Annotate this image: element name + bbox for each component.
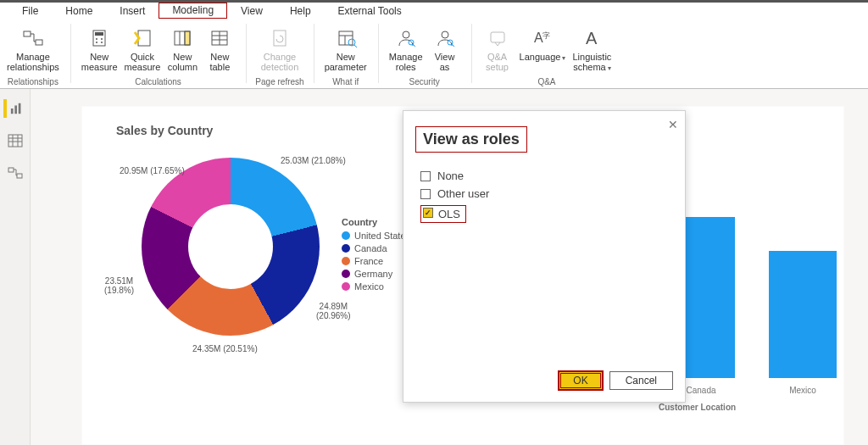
- legend-title: Country: [342, 217, 410, 227]
- close-icon[interactable]: ✕: [668, 118, 678, 131]
- svg-rect-33: [10, 108, 13, 114]
- svg-rect-29: [491, 32, 504, 42]
- donut-chart-title: Sales by Country: [116, 124, 213, 137]
- donut-label-mexico: 20.95M (17.65%): [120, 166, 185, 175]
- parameter-icon: [334, 26, 358, 50]
- top-menubar: File Home Insert Modeling View Help Exte…: [0, 0, 868, 19]
- new-column-button[interactable]: New column: [165, 23, 199, 72]
- model-view-button[interactable]: [5, 164, 25, 182]
- svg-point-23: [403, 31, 409, 38]
- ribbon-label: Manage relationships: [7, 52, 59, 72]
- legend-swatch: [342, 282, 350, 291]
- svg-rect-34: [14, 105, 17, 114]
- view-switcher: [0, 89, 31, 445]
- chevron-down-icon: ▾: [562, 54, 565, 62]
- role-option-label: OLS: [438, 208, 460, 220]
- report-view-button[interactable]: [3, 99, 24, 118]
- manage-roles-button[interactable]: Manage roles: [387, 23, 425, 72]
- manage-roles-icon: [394, 26, 418, 50]
- checkbox-icon[interactable]: [420, 171, 431, 181]
- chevron-down-icon: ▾: [608, 64, 611, 72]
- ribbon-label: Language▾: [520, 52, 566, 62]
- report-canvas: Sales by Country 25.03M (21.08%) 24.89M …: [31, 89, 868, 445]
- ribbon-label: New column: [168, 52, 198, 72]
- group-label-relationships: Relationships: [8, 77, 58, 86]
- group-label-security: Security: [409, 77, 440, 86]
- svg-rect-0: [24, 31, 31, 36]
- ribbon-label: New parameter: [325, 52, 367, 72]
- ribbon-label: Q&A setup: [486, 52, 509, 72]
- new-table-button[interactable]: New table: [203, 23, 236, 72]
- role-option-other-user[interactable]: Other user: [420, 187, 668, 200]
- quick-measure-button[interactable]: Quick measure: [123, 23, 163, 72]
- dialog-title: View as roles: [415, 126, 527, 153]
- role-option-label: None: [437, 170, 464, 182]
- ribbon-label: View as: [435, 52, 455, 72]
- legend-swatch: [342, 270, 350, 278]
- bar-x-axis-label: Customer Location: [659, 403, 736, 412]
- linguistic-schema-icon: A: [580, 26, 604, 50]
- menu-external-tools[interactable]: External Tools: [325, 3, 415, 19]
- language-button[interactable]: A字 Language▾: [518, 23, 568, 62]
- ribbon-label: Quick measure: [125, 52, 161, 72]
- donut-label-france: 24.35M (20.51%): [192, 344, 258, 353]
- svg-rect-1: [36, 40, 42, 45]
- new-table-icon: [208, 26, 231, 50]
- ribbon-label: Manage roles: [389, 52, 423, 72]
- relationships-icon: [21, 26, 45, 50]
- bar-mexico: [769, 251, 837, 378]
- svg-line-22: [354, 45, 357, 47]
- view-as-icon: [433, 26, 457, 50]
- group-label-page-refresh: Page refresh: [255, 77, 303, 86]
- svg-rect-3: [95, 32, 103, 36]
- group-label-qa: Q&A: [537, 77, 555, 86]
- svg-rect-12: [185, 31, 190, 45]
- svg-point-6: [96, 42, 97, 43]
- checkbox-icon[interactable]: [420, 189, 431, 199]
- language-icon: A字: [531, 26, 554, 50]
- donut-label-canada: 24.89M (20.96%): [316, 302, 351, 320]
- legend-label: Canada: [354, 243, 387, 253]
- menu-help[interactable]: Help: [276, 3, 325, 19]
- svg-rect-35: [18, 103, 20, 114]
- cancel-button[interactable]: Cancel: [609, 371, 673, 390]
- menu-file[interactable]: File: [8, 3, 52, 19]
- qa-setup-icon: [486, 26, 509, 50]
- donut-label-germany: 23.51M (19.8%): [104, 276, 134, 295]
- change-detection-button: Change detection: [259, 23, 301, 72]
- linguistic-schema-button[interactable]: A Linguistic schema▾: [570, 23, 613, 72]
- role-option-ols[interactable]: OLS: [420, 205, 466, 223]
- svg-rect-17: [274, 31, 286, 46]
- manage-relationships-button[interactable]: Manage relationships: [5, 23, 61, 72]
- new-parameter-button[interactable]: New parameter: [323, 23, 369, 72]
- bar-label: Mexico: [769, 386, 837, 395]
- page-refresh-icon: [268, 26, 292, 50]
- svg-text:字: 字: [542, 31, 550, 40]
- ribbon: Manage relationships Relationships New m…: [0, 19, 868, 89]
- calculator-icon: [87, 26, 111, 50]
- menu-view[interactable]: View: [227, 3, 276, 19]
- svg-rect-36: [8, 135, 22, 147]
- ribbon-label: New table: [209, 52, 230, 72]
- new-measure-button[interactable]: New measure: [80, 23, 120, 72]
- donut-chart[interactable]: 25.03M (21.08%) 24.89M (20.96%) 24.35M (…: [142, 158, 320, 336]
- data-view-button[interactable]: [5, 131, 25, 150]
- group-label-what-if: What if: [332, 77, 359, 86]
- legend-label: France: [354, 256, 383, 266]
- menu-insert[interactable]: Insert: [106, 3, 159, 19]
- svg-point-5: [101, 38, 103, 40]
- view-as-button[interactable]: View as: [428, 23, 462, 72]
- svg-text:A: A: [586, 29, 598, 47]
- menu-modeling[interactable]: Modeling: [159, 3, 227, 19]
- ok-button[interactable]: OK: [559, 371, 602, 390]
- view-as-roles-dialog: ✕ View as roles None Other user: [403, 110, 686, 403]
- svg-rect-41: [8, 168, 14, 172]
- menu-home[interactable]: Home: [52, 3, 106, 19]
- checkbox-checked-icon[interactable]: [423, 208, 433, 218]
- new-column-icon: [170, 26, 194, 50]
- legend-label: Mexico: [354, 281, 384, 292]
- ribbon-label: Linguistic schema▾: [572, 52, 611, 72]
- svg-rect-18: [339, 31, 353, 45]
- role-option-none[interactable]: None: [420, 170, 668, 182]
- svg-point-4: [96, 38, 97, 40]
